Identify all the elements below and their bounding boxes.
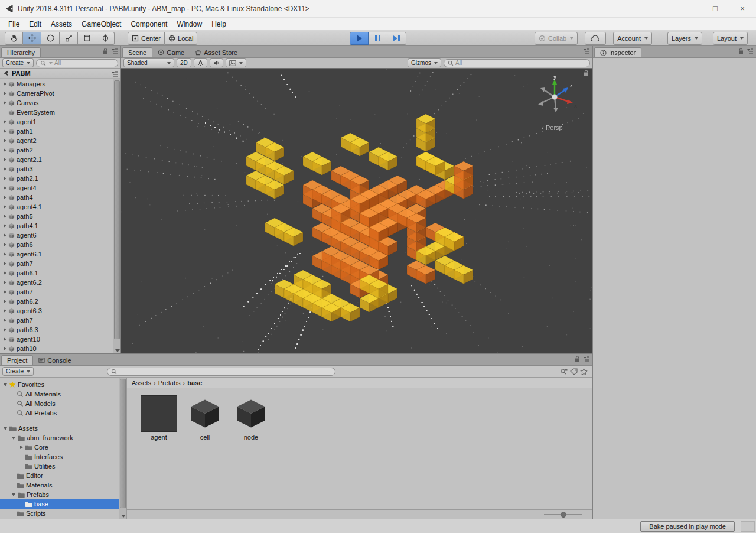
scene-menu-icon[interactable] xyxy=(111,71,118,77)
breadcrumb-base[interactable]: base xyxy=(187,379,202,386)
tab-project[interactable]: Project xyxy=(1,355,33,365)
scene-orientation-gizmo[interactable]: y z x xyxy=(530,73,579,123)
tab-game[interactable]: Game xyxy=(152,47,190,57)
panel-menu-icon[interactable] xyxy=(583,48,590,54)
hierarchy-item-agent10[interactable]: agent10 xyxy=(0,334,113,344)
expand-arrow-icon[interactable] xyxy=(4,158,6,161)
lock-icon[interactable] xyxy=(575,356,580,362)
asset-item-agent[interactable]: agent xyxy=(140,395,178,441)
hierarchy-item-agent6-2[interactable]: agent6.2 xyxy=(0,278,113,287)
expand-arrow-icon[interactable] xyxy=(4,92,6,95)
hierarchy-item-path4[interactable]: path4 xyxy=(0,193,113,202)
panel-menu-icon[interactable] xyxy=(111,48,118,54)
minimize-button[interactable]: – xyxy=(674,0,702,18)
play-button[interactable] xyxy=(350,32,369,45)
project-tree-item-favorites[interactable]: Favorites xyxy=(0,380,119,389)
hierarchy-item-path7[interactable]: path7 xyxy=(0,259,113,268)
account-dropdown[interactable]: Account xyxy=(613,32,652,45)
expand-arrow-icon[interactable] xyxy=(12,437,15,440)
scene-3d-render[interactable] xyxy=(121,69,592,353)
expand-arrow-icon[interactable] xyxy=(4,167,6,171)
project-tree-item-all-materials[interactable]: All Materials xyxy=(0,389,119,399)
expand-arrow-icon[interactable] xyxy=(4,196,6,199)
expand-arrow-icon[interactable] xyxy=(4,347,6,350)
project-search-input[interactable] xyxy=(107,368,335,376)
expand-arrow-icon[interactable] xyxy=(4,318,6,322)
tab-inspector[interactable]: Inspector xyxy=(594,47,641,57)
hierarchy-item-path3[interactable]: path3 xyxy=(0,164,113,174)
expand-arrow-icon[interactable] xyxy=(4,243,6,246)
hierarchy-item-agent4-1[interactable]: agent4.1 xyxy=(0,202,113,212)
project-tree-item-assets[interactable]: Assets xyxy=(0,424,119,433)
menu-edit[interactable]: Edit xyxy=(24,18,46,30)
resize-grip[interactable] xyxy=(741,521,755,532)
hierarchy-search-input[interactable]: All xyxy=(36,59,118,67)
transform-tool-button[interactable] xyxy=(96,32,115,45)
hierarchy-item-path6[interactable]: path6 xyxy=(0,240,113,249)
project-tree-item-abm-framework[interactable]: abm_framework xyxy=(0,433,119,443)
expand-arrow-icon[interactable] xyxy=(12,493,15,496)
hierarchy-item-eventsystem[interactable]: EventSystem xyxy=(0,108,113,117)
project-tree-scrollbar[interactable] xyxy=(119,378,126,519)
lighting-toggle[interactable] xyxy=(194,58,207,67)
project-tree-item-editor[interactable]: Editor xyxy=(0,471,119,480)
hierarchy-item-agent6-3[interactable]: agent6.3 xyxy=(0,306,113,316)
hierarchy-create-button[interactable]: Create xyxy=(2,58,34,67)
search-filter-caret-icon[interactable] xyxy=(49,62,53,64)
project-tree-item-materials[interactable]: Materials xyxy=(0,480,119,490)
hierarchy-item-agent2-1[interactable]: agent2.1 xyxy=(0,155,113,164)
hierarchy-item-path4-1[interactable]: path4.1 xyxy=(0,221,113,230)
pause-button[interactable] xyxy=(369,32,387,45)
tab-hierarchy[interactable]: Hierarchy xyxy=(1,47,41,57)
expand-arrow-icon[interactable] xyxy=(4,120,6,124)
expand-arrow-icon[interactable] xyxy=(4,262,6,265)
hierarchy-item-path6-2[interactable]: path6.2 xyxy=(0,297,113,306)
expand-arrow-icon[interactable] xyxy=(4,300,6,303)
maximize-button[interactable]: □ xyxy=(702,0,729,18)
thumbnail-zoom-slider[interactable] xyxy=(544,514,582,515)
hierarchy-item-path2[interactable]: path2 xyxy=(0,145,113,155)
hierarchy-scrollbar[interactable] xyxy=(113,79,120,353)
expand-arrow-icon[interactable] xyxy=(4,252,6,256)
step-button[interactable] xyxy=(387,32,406,45)
asset-item-cell[interactable]: cell xyxy=(186,395,224,441)
expand-arrow-icon[interactable] xyxy=(4,129,6,133)
project-create-button[interactable]: Create xyxy=(2,367,34,376)
panel-menu-icon[interactable] xyxy=(747,48,754,54)
hierarchy-item-path10[interactable]: path10 xyxy=(0,344,113,353)
project-tree-item-utilities[interactable]: Utilities xyxy=(0,462,119,471)
cloud-button[interactable] xyxy=(585,32,606,45)
scene-search-input[interactable]: All xyxy=(444,59,590,67)
hierarchy-item-path1[interactable]: path1 xyxy=(0,126,113,136)
draw-mode-dropdown[interactable]: Shaded xyxy=(123,58,174,67)
scrollbar-down-arrow-icon[interactable] xyxy=(121,515,126,518)
rotation-local-button[interactable]: Local xyxy=(165,32,197,45)
panel-menu-icon[interactable] xyxy=(583,356,590,362)
expand-arrow-icon[interactable] xyxy=(4,224,6,228)
breadcrumb-assets[interactable]: Assets xyxy=(132,379,151,386)
lock-icon[interactable] xyxy=(584,70,589,76)
project-tree-item-core[interactable]: Core xyxy=(0,443,119,452)
expand-arrow-icon[interactable] xyxy=(4,281,6,284)
expand-arrow-icon[interactable] xyxy=(4,214,6,218)
project-tree-item-prefabs[interactable]: Prefabs xyxy=(0,490,119,499)
menu-window[interactable]: Window xyxy=(172,18,207,30)
search-by-label-icon[interactable] xyxy=(570,368,578,375)
hand-tool-button[interactable] xyxy=(5,32,23,45)
persp-label-row[interactable]: ‹ Persp xyxy=(527,124,577,131)
effects-dropdown[interactable] xyxy=(226,58,246,67)
hierarchy-item-camerapivot[interactable]: CameraPivot xyxy=(0,89,113,98)
hierarchy-item-agent4[interactable]: agent4 xyxy=(0,183,113,193)
project-tree-item-scripts[interactable]: Scripts xyxy=(0,509,119,518)
menu-help[interactable]: Help xyxy=(207,18,231,30)
expand-arrow-icon[interactable] xyxy=(4,186,6,190)
tab-scene[interactable]: Scene xyxy=(122,47,152,57)
expand-arrow-icon[interactable] xyxy=(4,309,6,313)
scene-header-row[interactable]: PABM xyxy=(0,69,120,79)
expand-arrow-icon[interactable] xyxy=(4,82,6,86)
audio-toggle[interactable] xyxy=(210,58,223,67)
hierarchy-item-path7[interactable]: path7 xyxy=(0,287,113,297)
layout-dropdown[interactable]: Layout xyxy=(713,32,748,45)
project-tree-item-interfaces[interactable]: Interfaces xyxy=(0,452,119,462)
close-button[interactable]: × xyxy=(729,0,756,18)
